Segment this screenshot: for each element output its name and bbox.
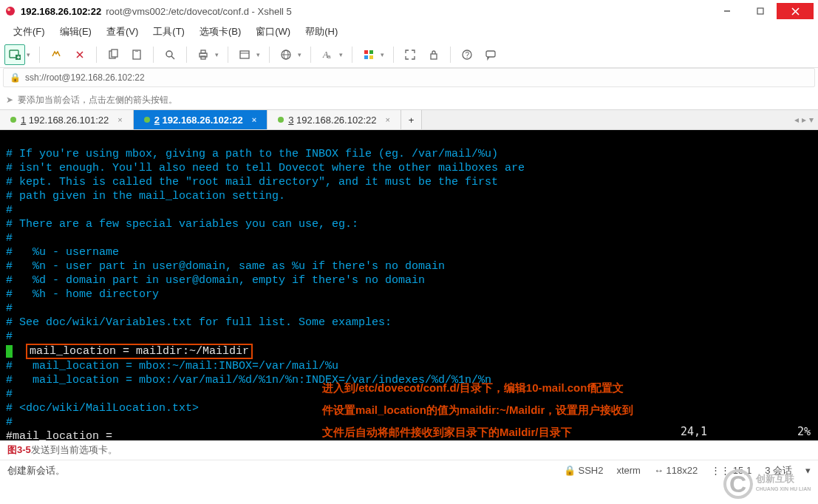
menu-file[interactable]: 文件(F)	[6, 23, 52, 41]
term-line: # kept. This is called the "root mail di…	[6, 176, 498, 188]
app-icon	[4, 5, 16, 17]
tab-close-icon[interactable]: ×	[385, 115, 389, 124]
dropdown-icon[interactable]: ▾	[27, 51, 33, 58]
globe-button[interactable]	[276, 44, 296, 65]
term-line: # There are a few special variables you …	[6, 218, 358, 231]
svg-rect-30	[431, 54, 437, 59]
hint-text: 要添加当前会话，点击左侧的箭头按钮。	[18, 94, 177, 106]
term-line: # <doc/wiki/MailLocation.txt>	[6, 402, 199, 415]
terminal[interactable]: # If you're using mbox, giving a path to…	[0, 130, 818, 440]
properties-button[interactable]	[234, 44, 255, 65]
dropdown-icon[interactable]: ▾	[298, 51, 304, 58]
color-button[interactable]	[358, 44, 379, 65]
status-bar: 创建新会话。 🔒 SSH2 xterm ↔ 118x22 ⋮⋮ 15,1 3 会…	[0, 460, 818, 480]
new-session-button[interactable]	[4, 44, 25, 65]
tab-close-icon[interactable]: ×	[252, 115, 256, 124]
svg-rect-19	[240, 51, 249, 58]
term-line: # If you're using mbox, giving a path to…	[6, 148, 498, 160]
menu-edit[interactable]: 编辑(E)	[52, 23, 99, 41]
tab-add-button[interactable]: +	[401, 110, 422, 129]
status-dot	[144, 117, 150, 123]
term-line: # %u - username	[6, 246, 119, 259]
dropdown-icon[interactable]: ▾	[215, 51, 222, 58]
title-ip: 192.168.26.102:22	[21, 6, 101, 17]
footer-caption: 图3-5 发送到当前选项卡。	[0, 440, 818, 460]
term-line: #mail_location =	[6, 430, 112, 440]
menu-tools[interactable]: 工具(T)	[146, 23, 192, 41]
term-line: #	[6, 388, 13, 401]
term-line: # isn't enough. You'll also need to tell…	[6, 162, 525, 174]
annotation-line3: 文件后自动将邮件接收到家目录下的Maildir/目录下	[322, 423, 572, 440]
highlighted-line: mail_location = maildir:~/Maildir	[26, 344, 253, 359]
minimize-button[interactable]	[710, 3, 743, 19]
watermark-line2: CHUANG XIN HU LIAN	[756, 484, 811, 494]
fullscreen-button[interactable]	[400, 44, 420, 65]
close-button[interactable]	[777, 3, 814, 19]
scroll-percent: 2%	[797, 425, 811, 439]
status-size: ↔ 118x22	[654, 465, 698, 476]
tab-prev-icon[interactable]: ◂	[794, 115, 799, 125]
tab-label: 192.168.26.102:22	[293, 115, 376, 126]
svg-rect-11	[112, 50, 117, 57]
tab-3[interactable]: 3 192.168.26.102:22 ×	[267, 110, 401, 129]
annotation-line2: 件设置mail_location的值为maildir:~/Maildir，设置用…	[322, 401, 633, 420]
svg-rect-17	[201, 50, 205, 53]
menu-view[interactable]: 查看(V)	[99, 23, 146, 41]
tab-next-icon[interactable]: ▸	[802, 115, 806, 125]
tab-nav: ◂ ▸ ▾	[790, 110, 818, 129]
session-tabs: 1 192.168.26.101:22 × 2 192.168.26.102:2…	[0, 109, 818, 130]
title-path: root@vms002:/etc/dovecot/conf.d - Xshell…	[106, 6, 292, 17]
dropdown-icon[interactable]: ▾	[381, 51, 387, 58]
reconnect-button[interactable]	[46, 44, 67, 65]
status-text: 创建新会话。	[7, 464, 65, 477]
status-dot	[10, 117, 16, 123]
svg-text:a: a	[327, 53, 331, 60]
tab-menu-icon[interactable]: ▾	[809, 115, 814, 125]
print-button[interactable]	[193, 44, 214, 65]
menu-tabs[interactable]: 选项卡(B)	[192, 23, 248, 41]
term-line: #	[6, 330, 13, 343]
disconnect-button[interactable]	[69, 44, 90, 65]
status-term: xterm	[616, 465, 641, 476]
cursor	[6, 345, 13, 358]
term-line: # path given in the mail_location settin…	[6, 190, 285, 202]
cursor-position: 24,1	[681, 425, 707, 439]
font-button[interactable]: Aa	[317, 44, 338, 65]
tab-1[interactable]: 1 192.168.26.101:22 ×	[0, 110, 134, 129]
dropdown-icon[interactable]: ▾	[339, 51, 346, 58]
menu-help[interactable]: 帮助(H)	[298, 23, 345, 41]
help-button[interactable]: ?	[457, 44, 477, 65]
figure-label: 图3-5	[7, 443, 31, 457]
paste-button[interactable]	[126, 44, 147, 65]
term-line: #	[6, 204, 13, 217]
lock-button[interactable]	[423, 44, 444, 65]
tab-close-icon[interactable]: ×	[117, 115, 122, 124]
tab-2[interactable]: 2 192.168.26.102:22 ×	[134, 110, 267, 129]
svg-rect-13	[135, 50, 138, 52]
svg-rect-33	[486, 51, 495, 57]
svg-rect-18	[201, 56, 205, 59]
status-ssh: 🔒 SSH2	[564, 465, 604, 476]
maximize-button[interactable]	[743, 3, 777, 19]
figure-text: 发送到当前选项卡。	[31, 443, 117, 457]
svg-rect-27	[369, 50, 373, 54]
feedback-button[interactable]	[480, 44, 501, 65]
term-line: # %d - domain part in user@domain, empty…	[6, 274, 425, 287]
address-text: ssh://root@192.168.26.102:22	[25, 72, 145, 83]
toolbar: ▾ ▾ ▾ ▾ Aa ▾ ▾ ?	[0, 41, 818, 68]
svg-rect-29	[369, 55, 373, 59]
term-line: #	[6, 416, 13, 429]
menu-bar: 文件(F) 编辑(E) 查看(V) 工具(T) 选项卡(B) 窗口(W) 帮助(…	[0, 22, 818, 41]
svg-text:?: ?	[466, 51, 470, 59]
copy-button[interactable]	[103, 44, 123, 65]
term-line: # %n - user part in user@domain, same as…	[6, 260, 445, 273]
svg-point-1	[7, 8, 10, 11]
arrow-icon[interactable]: ➤	[6, 95, 13, 105]
annotation-line1: 进入到/etc/dovecot/conf.d/目录下，编辑10-mail.con…	[322, 378, 624, 398]
address-bar[interactable]: 🔒 ssh://root@192.168.26.102:22	[3, 68, 815, 87]
search-button[interactable]	[160, 44, 180, 65]
watermark-icon: C	[723, 469, 753, 499]
menu-window[interactable]: 窗口(W)	[248, 23, 298, 41]
dropdown-icon[interactable]: ▾	[256, 51, 263, 58]
term-line: #	[6, 302, 13, 315]
